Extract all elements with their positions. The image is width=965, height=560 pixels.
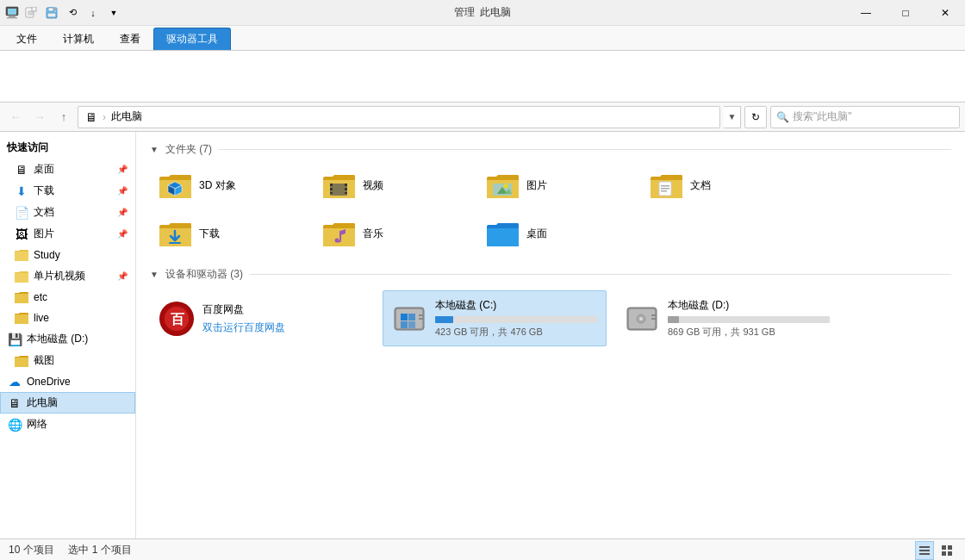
folder-music-icon	[321, 220, 356, 247]
sidebar-label-network: 网络	[27, 417, 47, 432]
live-icon	[15, 311, 28, 325]
svg-rect-11	[53, 8, 56, 10]
tab-view[interactable]: 查看	[107, 28, 153, 50]
folder-music-label: 音乐	[363, 227, 383, 241]
folders-collapse-arrow[interactable]: ▼	[150, 145, 159, 154]
svg-rect-28	[661, 185, 669, 187]
sidebar-item-thispc[interactable]: 🖥 此电脑	[0, 392, 135, 414]
close-button[interactable]: ✕	[925, 0, 965, 26]
c-drive-icon	[392, 302, 426, 336]
address-input[interactable]: 🖥 › 此电脑	[78, 106, 720, 128]
sidebar-item-network[interactable]: 🌐 网络	[0, 414, 135, 435]
drive-baidu[interactable]: 百 百度网盘 双击运行百度网盘	[150, 290, 374, 346]
svg-rect-38	[408, 314, 415, 320]
sidebar-label-study: Study	[34, 249, 60, 261]
forward-button[interactable]: →	[29, 107, 50, 128]
address-dropdown[interactable]: ▼	[724, 106, 741, 128]
svg-rect-51	[919, 553, 930, 555]
folder-videos[interactable]: 视频	[314, 165, 469, 205]
minimize-button[interactable]: —	[846, 0, 886, 26]
folder-3d-objects[interactable]: 3D 对象	[150, 165, 305, 205]
status-right	[915, 541, 956, 560]
svg-rect-20	[345, 184, 347, 186]
svg-point-48	[639, 317, 643, 320]
sidebar-item-screenshot[interactable]: 截图	[0, 350, 135, 371]
tab-computer[interactable]: 计算机	[50, 28, 107, 50]
sidebar-item-onedrive[interactable]: ☁ OneDrive	[0, 371, 135, 392]
documents-icon: 📄	[15, 206, 28, 220]
c-drive-bar-fill	[435, 316, 453, 323]
d-drive-bar-bg	[668, 316, 830, 323]
quick-access-header[interactable]: 快速访问	[0, 137, 135, 159]
drive-d[interactable]: 本地磁盘 (D:) 869 GB 可用，共 931 GB	[615, 290, 839, 346]
drives-collapse-arrow[interactable]: ▼	[150, 270, 159, 279]
svg-rect-52	[942, 545, 946, 550]
back-button[interactable]: ←	[5, 107, 26, 128]
new-button[interactable]	[22, 4, 40, 22]
svg-rect-45	[651, 314, 656, 316]
sidebar-item-desktop[interactable]: 🖥 桌面 📌	[0, 159, 135, 180]
sidebar-item-single-video[interactable]: 单片机视频 📌	[0, 265, 135, 287]
thispc-icon: 🖥	[8, 396, 22, 410]
sidebar-label-local-d: 本地磁盘 (D:)	[27, 332, 88, 346]
ribbon-content	[0, 50, 965, 102]
view-details-button[interactable]	[915, 541, 934, 560]
svg-point-26	[504, 184, 508, 189]
maximize-button[interactable]: □	[886, 0, 925, 26]
c-drive-bar-bg	[435, 316, 597, 323]
folder-3d-label: 3D 对象	[199, 178, 236, 193]
up-button[interactable]: ↑	[53, 107, 74, 128]
view-large-icons-button[interactable]	[937, 541, 956, 560]
folder-downloads[interactable]: 下载	[150, 214, 305, 253]
sidebar-item-pictures[interactable]: 🖼 图片 📌	[0, 223, 135, 245]
folder-desktop[interactable]: 桌面	[477, 214, 632, 253]
sidebar-label-downloads: 下载	[34, 184, 54, 198]
pictures-icon: 🖼	[15, 227, 28, 241]
baidu-logo: 百	[159, 302, 194, 336]
folder-pictures[interactable]: 图片	[477, 165, 632, 205]
svg-rect-18	[330, 188, 333, 190]
sidebar-label-thispc: 此电脑	[27, 395, 58, 410]
items-count: 10 个项目	[9, 544, 54, 556]
drives-grid: 百 百度网盘 双击运行百度网盘	[150, 290, 951, 346]
sidebar-item-downloads[interactable]: ⬇ 下载 📌	[0, 180, 135, 202]
pin-icon-sv: 📌	[117, 271, 128, 281]
pin-icon-doc: 📌	[117, 208, 128, 217]
study-folder-icon	[15, 248, 28, 262]
sidebar-item-study[interactable]: Study	[0, 245, 135, 265]
refresh-button[interactable]: ↻	[744, 106, 767, 128]
svg-rect-1	[8, 9, 16, 15]
sidebar-item-etc[interactable]: etc	[0, 287, 135, 308]
sidebar: 快速访问 🖥 桌面 📌 ⬇ 下载 📌 📄 文档 📌 🖼 图片 📌	[0, 132, 136, 538]
undo-button[interactable]: ⟲	[64, 4, 81, 22]
address-bar: ← → ↑ 🖥 › 此电脑 ▼ ↻ 🔍 搜索"此电脑"	[0, 103, 965, 132]
sidebar-item-live[interactable]: live	[0, 308, 135, 328]
drive-c[interactable]: 本地磁盘 (C:) 423 GB 可用，共 476 GB	[383, 290, 607, 346]
folder-3d-icon	[158, 171, 192, 199]
svg-rect-3	[7, 17, 17, 19]
title-bar: ⟲ ↓ ▼ 管理 此电脑 — □ ✕	[0, 0, 965, 26]
sidebar-item-documents[interactable]: 📄 文档 📌	[0, 202, 135, 223]
folder-music[interactable]: 音乐	[314, 214, 469, 253]
sidebar-label-documents: 文档	[34, 205, 54, 220]
address-path: 此电脑	[111, 109, 142, 124]
search-box[interactable]: 🔍 搜索"此电脑"	[770, 106, 960, 128]
redo-button[interactable]: ↓	[84, 4, 102, 22]
folders-grid: 3D 对象	[150, 165, 951, 253]
d-drive-size: 869 GB 可用，共 931 GB	[668, 326, 830, 339]
dropdown-button[interactable]: ▼	[105, 4, 122, 22]
baidu-drive-sublabel: 双击运行百度网盘	[202, 320, 364, 335]
c-drive-info: 本地磁盘 (C:) 423 GB 可用，共 476 GB	[435, 298, 597, 339]
status-bar: 10 个项目 选中 1 个项目	[0, 538, 965, 560]
tab-file[interactable]: 文件	[3, 28, 50, 50]
pin-icon: 📌	[117, 165, 128, 174]
folder-documents[interactable]: 文档	[641, 165, 796, 205]
tab-manage[interactable]: 驱动器工具	[153, 28, 231, 50]
svg-rect-17	[330, 184, 333, 186]
selected-count: 选中 1 个项目	[68, 544, 131, 556]
etc-icon	[15, 290, 28, 304]
folders-divider	[219, 149, 951, 150]
drives-section-header: ▼ 设备和驱动器 (3)	[150, 267, 951, 282]
sidebar-item-local-d[interactable]: 💾 本地磁盘 (D:)	[0, 328, 135, 350]
save-button[interactable]	[43, 4, 60, 22]
